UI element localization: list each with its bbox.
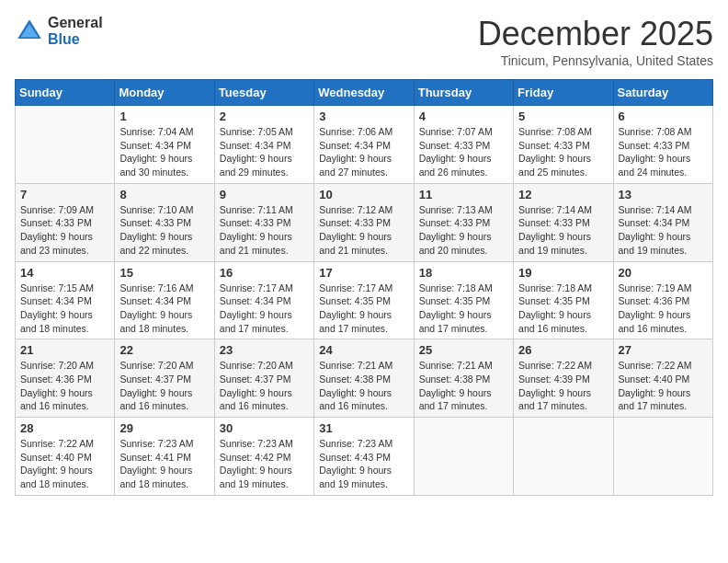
day-number: 10	[319, 188, 408, 201]
day-info: Sunrise: 7:23 AMSunset: 4:41 PMDaylight:…	[119, 437, 209, 491]
day-number: 2	[220, 109, 309, 123]
day-info: Sunrise: 7:08 AMSunset: 4:33 PMDaylight:…	[518, 125, 608, 179]
logo-text: General Blue	[48, 15, 103, 47]
day-info: Sunrise: 7:23 AMSunset: 4:42 PMDaylight:…	[220, 437, 309, 491]
day-info: Sunrise: 7:18 AMSunset: 4:35 PMDaylight:…	[518, 282, 608, 336]
day-info: Sunrise: 7:10 AMSunset: 4:33 PMDaylight:…	[119, 203, 209, 258]
day-number: 20	[619, 266, 708, 280]
logo: General Blue	[15, 15, 103, 47]
day-info: Sunrise: 7:07 AMSunset: 4:33 PMDaylight:…	[419, 125, 508, 179]
day-number: 18	[419, 266, 508, 280]
day-info: Sunrise: 7:17 AMSunset: 4:34 PMDaylight:…	[220, 282, 309, 336]
day-info: Sunrise: 7:22 AMSunset: 4:39 PMDaylight:…	[518, 359, 608, 413]
day-info: Sunrise: 7:22 AMSunset: 4:40 PMDaylight:…	[619, 359, 708, 413]
calendar-cell: 9Sunrise: 7:11 AMSunset: 4:33 PMDaylight…	[214, 183, 313, 261]
calendar-cell: 16Sunrise: 7:17 AMSunset: 4:34 PMDayligh…	[214, 261, 313, 339]
calendar-cell: 25Sunrise: 7:21 AMSunset: 4:38 PMDayligh…	[414, 339, 513, 418]
calendar-cell: 13Sunrise: 7:14 AMSunset: 4:34 PMDayligh…	[613, 183, 712, 261]
day-info: Sunrise: 7:12 AMSunset: 4:33 PMDaylight:…	[319, 203, 408, 258]
day-header-tuesday: Tuesday	[214, 80, 313, 106]
calendar-cell: 17Sunrise: 7:17 AMSunset: 4:35 PMDayligh…	[314, 261, 414, 339]
day-info: Sunrise: 7:13 AMSunset: 4:33 PMDaylight:…	[419, 203, 508, 258]
calendar-week-row: 7Sunrise: 7:09 AMSunset: 4:33 PMDaylight…	[16, 183, 713, 261]
calendar-cell: 3Sunrise: 7:06 AMSunset: 4:34 PMDaylight…	[314, 106, 414, 184]
day-header-thursday: Thursday	[414, 80, 513, 106]
day-number: 21	[20, 343, 109, 357]
day-number: 25	[419, 343, 508, 357]
day-number: 13	[619, 188, 708, 201]
calendar-cell	[414, 418, 513, 496]
calendar-cell	[613, 418, 712, 496]
day-number: 1	[119, 109, 209, 123]
calendar-cell	[16, 106, 115, 184]
calendar-cell: 24Sunrise: 7:21 AMSunset: 4:38 PMDayligh…	[314, 339, 414, 418]
calendar-table: SundayMondayTuesdayWednesdayThursdayFrid…	[15, 79, 713, 496]
day-info: Sunrise: 7:16 AMSunset: 4:34 PMDaylight:…	[119, 282, 209, 336]
logo-blue-label: Blue	[48, 31, 103, 48]
day-number: 6	[619, 109, 708, 123]
calendar-cell	[514, 418, 613, 496]
day-number: 11	[419, 188, 508, 201]
day-number: 17	[319, 266, 408, 280]
day-info: Sunrise: 7:20 AMSunset: 4:36 PMDaylight:…	[20, 359, 109, 413]
day-header-sunday: Sunday	[16, 80, 115, 106]
day-number: 7	[20, 188, 109, 201]
day-number: 29	[119, 421, 209, 435]
day-number: 19	[518, 266, 608, 280]
calendar-cell: 21Sunrise: 7:20 AMSunset: 4:36 PMDayligh…	[16, 339, 115, 418]
calendar-cell: 15Sunrise: 7:16 AMSunset: 4:34 PMDayligh…	[115, 261, 214, 339]
day-number: 4	[419, 109, 508, 123]
day-number: 5	[518, 109, 608, 123]
calendar-cell: 20Sunrise: 7:19 AMSunset: 4:36 PMDayligh…	[613, 261, 712, 339]
day-info: Sunrise: 7:04 AMSunset: 4:34 PMDaylight:…	[119, 125, 209, 179]
calendar-cell: 10Sunrise: 7:12 AMSunset: 4:33 PMDayligh…	[314, 183, 414, 261]
calendar-cell: 8Sunrise: 7:10 AMSunset: 4:33 PMDaylight…	[115, 183, 214, 261]
calendar-cell: 30Sunrise: 7:23 AMSunset: 4:42 PMDayligh…	[214, 418, 313, 496]
calendar-week-row: 14Sunrise: 7:15 AMSunset: 4:34 PMDayligh…	[16, 261, 713, 339]
day-info: Sunrise: 7:20 AMSunset: 4:37 PMDaylight:…	[119, 359, 209, 413]
day-info: Sunrise: 7:19 AMSunset: 4:36 PMDaylight:…	[619, 282, 708, 336]
day-number: 26	[518, 343, 608, 357]
calendar-cell: 26Sunrise: 7:22 AMSunset: 4:39 PMDayligh…	[514, 339, 613, 418]
day-number: 9	[220, 188, 309, 201]
day-number: 12	[518, 188, 608, 201]
day-number: 28	[20, 421, 109, 435]
calendar-cell: 19Sunrise: 7:18 AMSunset: 4:35 PMDayligh…	[514, 261, 613, 339]
title-block: December 2025 Tinicum, Pennsylvania, Uni…	[478, 15, 713, 68]
day-info: Sunrise: 7:11 AMSunset: 4:33 PMDaylight:…	[220, 203, 309, 258]
day-info: Sunrise: 7:21 AMSunset: 4:38 PMDaylight:…	[319, 359, 408, 413]
day-info: Sunrise: 7:14 AMSunset: 4:33 PMDaylight:…	[518, 203, 608, 258]
day-number: 8	[119, 188, 209, 201]
calendar-cell: 12Sunrise: 7:14 AMSunset: 4:33 PMDayligh…	[514, 183, 613, 261]
day-number: 22	[119, 343, 209, 357]
month-title: December 2025	[478, 15, 713, 53]
calendar-cell: 31Sunrise: 7:23 AMSunset: 4:43 PMDayligh…	[314, 418, 414, 496]
day-info: Sunrise: 7:09 AMSunset: 4:33 PMDaylight:…	[20, 203, 109, 258]
day-info: Sunrise: 7:20 AMSunset: 4:37 PMDaylight:…	[220, 359, 309, 413]
day-info: Sunrise: 7:18 AMSunset: 4:35 PMDaylight:…	[419, 282, 508, 336]
day-info: Sunrise: 7:23 AMSunset: 4:43 PMDaylight:…	[319, 437, 408, 491]
day-info: Sunrise: 7:08 AMSunset: 4:33 PMDaylight:…	[619, 125, 708, 179]
calendar-cell: 23Sunrise: 7:20 AMSunset: 4:37 PMDayligh…	[214, 339, 313, 418]
day-number: 27	[619, 343, 708, 357]
day-info: Sunrise: 7:05 AMSunset: 4:34 PMDaylight:…	[220, 125, 309, 179]
calendar-cell: 27Sunrise: 7:22 AMSunset: 4:40 PMDayligh…	[613, 339, 712, 418]
calendar-cell: 6Sunrise: 7:08 AMSunset: 4:33 PMDaylight…	[613, 106, 712, 184]
day-header-saturday: Saturday	[613, 80, 712, 106]
day-number: 14	[20, 266, 109, 280]
page-header: General Blue December 2025 Tinicum, Penn…	[15, 15, 713, 68]
day-info: Sunrise: 7:21 AMSunset: 4:38 PMDaylight:…	[419, 359, 508, 413]
calendar-header-row: SundayMondayTuesdayWednesdayThursdayFrid…	[16, 80, 713, 106]
day-info: Sunrise: 7:14 AMSunset: 4:34 PMDaylight:…	[619, 203, 708, 258]
calendar-cell: 29Sunrise: 7:23 AMSunset: 4:41 PMDayligh…	[115, 418, 214, 496]
day-info: Sunrise: 7:22 AMSunset: 4:40 PMDaylight:…	[20, 437, 109, 491]
day-header-monday: Monday	[115, 80, 214, 106]
day-number: 16	[220, 266, 309, 280]
logo-general-label: General	[48, 15, 103, 31]
calendar-cell: 5Sunrise: 7:08 AMSunset: 4:33 PMDaylight…	[514, 106, 613, 184]
day-number: 30	[220, 421, 309, 435]
calendar-cell: 1Sunrise: 7:04 AMSunset: 4:34 PMDaylight…	[115, 106, 214, 184]
calendar-cell: 4Sunrise: 7:07 AMSunset: 4:33 PMDaylight…	[414, 106, 513, 184]
day-number: 31	[319, 421, 408, 435]
logo-icon	[15, 17, 44, 46]
